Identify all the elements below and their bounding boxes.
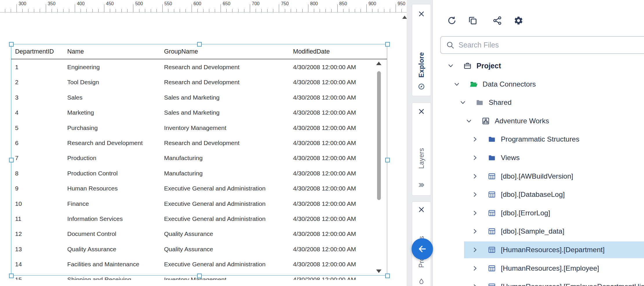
tree-item-shared[interactable]: Shared [433, 93, 644, 112]
table-cell: 14 [15, 257, 22, 272]
tree-item-adventure-works[interactable]: Adventure Works [433, 112, 644, 130]
arrow-left-icon [417, 244, 427, 254]
chevron-down-icon[interactable] [447, 63, 454, 69]
ruler-tick [238, 9, 239, 12]
chevron-right-icon[interactable] [472, 247, 478, 253]
collapse-panel-button[interactable] [412, 238, 433, 260]
ruler-label: 300 [19, 1, 26, 6]
chevron-right-icon[interactable] [472, 173, 478, 179]
chevron-down-icon[interactable] [460, 99, 466, 106]
properties-icon [418, 278, 425, 285]
ruler-label: 850 [339, 1, 347, 6]
selection-handle[interactable] [9, 274, 14, 278]
panel-tab-label[interactable]: Explore [418, 52, 425, 78]
selection-handle[interactable] [9, 158, 14, 162]
table-cell: 4/30/2008 12:00:00 AM [293, 226, 356, 241]
chevron-right-icon[interactable] [472, 155, 478, 161]
tree-item-dbo-databaselog[interactable]: [dbo].[DatabaseLog] [433, 185, 644, 204]
table-cell: Document Control [67, 226, 116, 241]
table-cell: Human Resources [67, 181, 118, 196]
selection-handle[interactable] [197, 42, 202, 47]
panel-tab-layers[interactable]: Layers [412, 102, 431, 196]
ruler-tick [337, 4, 338, 12]
table-scrollbar-thumb[interactable] [377, 71, 381, 200]
table-icon [488, 190, 496, 199]
ruler-tick [34, 9, 34, 12]
tree-item-dbo-errorlog[interactable]: [dbo].[ErrorLog] [433, 204, 644, 222]
selection-handle[interactable] [9, 42, 14, 47]
tree-item-views[interactable]: Views [433, 148, 644, 167]
table-cell: 6 [15, 135, 19, 151]
ruler-tick [69, 9, 69, 12]
table-row: 6Research and DevelopmentResearch and De… [11, 135, 387, 151]
table-cell: 13 [15, 242, 22, 257]
table-cell: 4 [15, 105, 19, 120]
table-row: 5PurchasingInventory Management4/30/2008… [11, 120, 387, 135]
tree-item-project[interactable]: Project [433, 56, 644, 75]
table-header-cell: GroupName [164, 44, 198, 59]
tree-item-dbo-sample-data[interactable]: [dbo].[Sample_data] [433, 222, 644, 241]
table-cell: 4/30/2008 12:00:00 AM [293, 105, 356, 120]
chevron-right-icon[interactable] [472, 228, 478, 234]
ruler-tick [104, 4, 104, 12]
chevron-right-icon[interactable] [472, 191, 478, 198]
ruler-tick [81, 9, 81, 12]
ruler-tick [86, 9, 87, 12]
panel-tab-explore[interactable]: Explore [412, 4, 431, 96]
selection-handle[interactable] [385, 274, 390, 278]
ruler-tick [168, 9, 168, 12]
tree-item-humanresources-department[interactable]: [HumanResources].[Department] [433, 241, 644, 259]
table-cell: 2 [15, 75, 19, 90]
folder-gray-icon [476, 98, 484, 107]
table-row: 8Production ControlManufacturing4/30/200… [11, 166, 387, 181]
tree-item-humanresources-employee[interactable]: [HumanResources].[Employee] [433, 259, 644, 278]
ruler-label: 750 [281, 1, 289, 6]
ruler-tick [378, 9, 378, 12]
table-cell: Executive General and Administration [164, 211, 265, 226]
tree-item-label: [HumanResources].[Employee] [501, 264, 599, 272]
panel-tab-label[interactable]: Layers [418, 148, 425, 169]
table-cell: 1 [15, 60, 19, 75]
selection-handle[interactable] [197, 274, 202, 278]
chevron-down-icon[interactable] [454, 81, 460, 87]
chevron-right-icon[interactable] [472, 210, 478, 216]
close-icon[interactable] [418, 206, 425, 213]
table-cell: 12 [15, 226, 22, 241]
ruler-tick [331, 9, 332, 12]
table-row: 7ProductionManufacturing4/30/2008 12:00:… [11, 151, 387, 166]
tree-item-label: Programmatic Structures [501, 135, 579, 143]
table-widget[interactable]: DepartmentIDNameGroupNameModifiedDate 1E… [11, 44, 387, 276]
chevron-down-icon[interactable] [466, 118, 472, 124]
tree-item-humanresources-employeedepartmenthistory[interactable]: [HumanResources].[EmployeeDepartmentHist… [433, 277, 644, 286]
ruler-tick [384, 9, 384, 12]
table-scroll-down-arrow[interactable] [376, 270, 381, 273]
ruler-label: 800 [310, 1, 318, 6]
tree-item-dbo-awbuildversion[interactable]: [dbo].[AWBuildVersion] [433, 167, 644, 186]
chevron-right-icon[interactable] [472, 265, 478, 272]
ruler-tick [361, 9, 361, 12]
table-cell: 5 [15, 120, 19, 135]
table-cell: Information Services [67, 211, 123, 226]
close-icon[interactable] [418, 108, 425, 115]
ruler-label: 500 [135, 1, 143, 6]
close-icon[interactable] [418, 10, 425, 18]
table-scroll-up-arrow[interactable] [376, 62, 381, 65]
chevron-right-icon[interactable] [472, 136, 478, 142]
ruler-tick [40, 9, 40, 12]
canvas-scroll-up-arrow[interactable] [402, 16, 407, 19]
tree-item-data-connectors[interactable]: Data Connectors [433, 75, 644, 94]
tree-item-label: [dbo].[DatabaseLog] [501, 190, 565, 199]
table-cell: Sales and Marketing [164, 90, 219, 105]
ruler-tick [372, 9, 372, 12]
chevron-right-icon[interactable] [472, 283, 478, 286]
ruler-tick [151, 9, 151, 12]
table-cell: 4/30/2008 12:00:00 AM [293, 166, 356, 181]
table-header-cell: ModifiedDate [293, 44, 330, 59]
tree-item-programmatic-structures[interactable]: Programmatic Structures [433, 130, 644, 149]
selection-handle[interactable] [385, 42, 390, 47]
table-icon [488, 172, 496, 180]
selection-handle[interactable] [385, 158, 390, 162]
ruler-tick [192, 4, 192, 12]
ruler-tick [157, 9, 157, 12]
design-canvas[interactable]: 3003504004505005506006507007508008509009… [0, 0, 407, 286]
